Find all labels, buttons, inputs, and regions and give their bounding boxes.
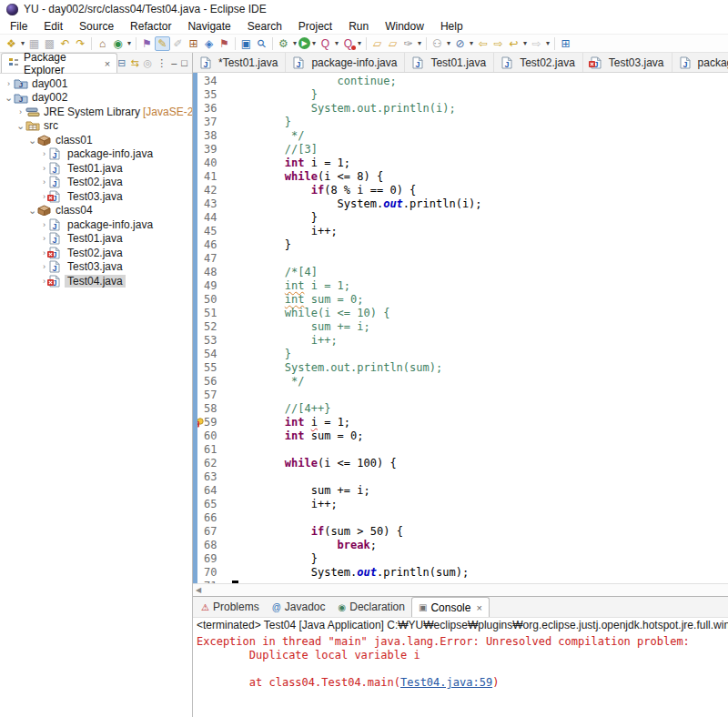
import-icon[interactable]: ▱	[385, 36, 400, 51]
format-icon[interactable]: ✐	[170, 36, 186, 51]
profile-icon[interactable]: Q	[340, 36, 356, 51]
next-edit-icon-dropdown[interactable]: ▾	[544, 39, 551, 47]
close-icon[interactable]: ×	[105, 58, 110, 69]
code-line-49[interactable]: 49 int i = 1;	[197, 279, 728, 293]
new-package-icon[interactable]: ⊞	[186, 36, 201, 51]
view-menu-icon[interactable]: ⋮	[157, 58, 167, 68]
code-line-50[interactable]: 50 int sum = 0;	[197, 293, 728, 307]
code-line-38[interactable]: 38 */	[197, 129, 728, 143]
last-edit-icon[interactable]: ↩	[506, 36, 521, 51]
line-number[interactable]: 56	[197, 375, 232, 389]
code-line-71[interactable]: 71	[197, 580, 728, 583]
line-number[interactable]: 39	[197, 143, 232, 157]
menu-item-search[interactable]: Search	[239, 19, 290, 34]
chevron-right-icon[interactable]: ›	[15, 107, 25, 116]
open-perspective-icon[interactable]: ⊞	[558, 36, 573, 51]
save-icon[interactable]: ▦	[26, 36, 42, 51]
line-number[interactable]: 51	[197, 307, 232, 320]
collapse-all-icon[interactable]: ⊟	[117, 58, 126, 68]
code-line-40[interactable]: 40 int i = 1;	[197, 157, 728, 170]
line-number[interactable]: 44	[197, 211, 232, 225]
chevron-down-icon[interactable]: ⌄	[27, 136, 37, 144]
profile-icon-dropdown[interactable]: ▾	[356, 39, 363, 47]
tree-item-class01[interactable]: ⌄class01	[0, 133, 192, 147]
console-tab-declaration[interactable]: ◉Declaration	[332, 598, 411, 617]
line-number[interactable]: 67	[197, 525, 232, 539]
next-edit-icon[interactable]: ⇨	[529, 36, 544, 51]
code-line-59[interactable]: 59 int i = 1;	[197, 416, 728, 429]
new-wizard-icon[interactable]: ❖	[4, 36, 19, 51]
last-edit-icon-dropdown[interactable]: ▾	[521, 39, 529, 47]
code-line-39[interactable]: 39 //[3]	[197, 143, 728, 157]
tree-item-class04[interactable]: ⌄class04	[0, 204, 192, 218]
search-icon[interactable]: ⚲	[251, 33, 272, 54]
menu-item-window[interactable]: Window	[377, 19, 432, 34]
tree-item-test02-java[interactable]: ›JTest02.java	[0, 176, 192, 190]
line-number[interactable]: 49	[197, 279, 232, 293]
code-line-47[interactable]: 47	[197, 252, 728, 266]
editor-tab-package-info-java[interactable]: Jpackage-info.java	[286, 53, 405, 72]
tree-item-package-info-java[interactable]: ›Jpackage-info.java	[0, 217, 192, 232]
line-number[interactable]: 68	[197, 539, 232, 552]
menu-item-project[interactable]: Project	[290, 19, 340, 34]
code-line-45[interactable]: 45 i++;	[197, 225, 728, 238]
line-number[interactable]: 66	[197, 511, 232, 525]
focus-icon[interactable]: ◎	[144, 58, 153, 68]
line-number[interactable]: 70	[197, 566, 232, 580]
line-number[interactable]: 69	[197, 552, 232, 566]
package-explorer-tab[interactable]: Package Explorer ×	[1, 53, 117, 73]
save-all-icon[interactable]: ▩	[42, 36, 57, 51]
line-number[interactable]: 52	[197, 320, 232, 334]
line-number[interactable]: 46	[197, 238, 232, 252]
code-line-34[interactable]: 34 continue;	[197, 75, 728, 88]
chevron-right-icon[interactable]: ›	[39, 164, 49, 173]
code-line-42[interactable]: 42 if(8 % i == 0) {	[197, 184, 728, 197]
chevron-right-icon[interactable]: ›	[4, 79, 14, 88]
line-number[interactable]: 63	[197, 470, 232, 484]
code-line-48[interactable]: 48 /*[4]	[197, 266, 728, 279]
run-icon[interactable]: ▶	[298, 37, 310, 49]
menu-item-navigate[interactable]: Navigate	[179, 19, 238, 34]
line-number[interactable]: 57	[197, 389, 232, 402]
menu-item-help[interactable]: Help	[432, 19, 471, 34]
line-number[interactable]: 40	[197, 157, 232, 170]
chevron-right-icon[interactable]: ›	[39, 220, 49, 229]
redo-icon[interactable]: ↷	[73, 36, 88, 51]
code-line-51[interactable]: 51 while(i <= 10) {	[197, 307, 728, 320]
code-line-60[interactable]: 60 int sum = 0;	[197, 429, 728, 443]
editor-tab-package-info-java[interactable]: Jpackage-info.java	[672, 53, 728, 72]
line-number[interactable]: 54	[197, 348, 232, 361]
tree-item-src[interactable]: ⌄src	[0, 119, 192, 134]
code-line-43[interactable]: 43 System.out.println(i);	[197, 197, 728, 211]
line-number[interactable]: 61	[197, 443, 232, 457]
key-icon[interactable]: ⚑	[139, 36, 155, 51]
tree-item-jre-system-library[interactable]: ›JRE System Library [JavaSE-21]	[0, 105, 192, 119]
scroll-left-icon[interactable]: ◀	[193, 586, 201, 594]
code-line-64[interactable]: 64 sum += i;	[197, 484, 728, 498]
open-type-icon[interactable]: ◉	[110, 36, 126, 51]
declaration-icon[interactable]: ◉	[339, 602, 347, 612]
line-number[interactable]: 60	[197, 429, 232, 443]
line-number[interactable]: 36	[197, 102, 232, 116]
annotation-icon[interactable]: ⚇	[430, 36, 445, 51]
menu-item-refactor[interactable]: Refactor	[122, 19, 179, 34]
line-number[interactable]: 53	[197, 334, 232, 348]
tree-item-test01-java[interactable]: ›JTest01.java	[0, 161, 192, 176]
tree-item-test01-java[interactable]: ›JTest01.java	[0, 232, 192, 247]
pin-icon[interactable]: ✑	[400, 36, 416, 51]
new-java-project-icon[interactable]: ⌂	[95, 36, 110, 51]
line-number[interactable]: 42	[197, 184, 232, 197]
code-line-70[interactable]: 70 System.out.println(sum);	[197, 566, 728, 580]
console-tab-problems[interactable]: ⚠Problems	[195, 598, 266, 617]
console-icon[interactable]: ▣	[419, 602, 427, 612]
code-line-52[interactable]: 52 sum += i;	[197, 320, 728, 334]
line-number[interactable]: 37	[197, 116, 232, 129]
line-number[interactable]: 62	[197, 457, 232, 470]
tree-item-test03-java[interactable]: ›JTest03.java	[0, 189, 192, 204]
code-line-69[interactable]: 69 }	[197, 552, 728, 566]
line-number[interactable]: 50	[197, 293, 232, 307]
line-number[interactable]: 47	[197, 252, 232, 266]
line-number[interactable]: 38	[197, 129, 232, 143]
line-number[interactable]: 41	[197, 170, 232, 184]
tree-item-test03-java[interactable]: ›JTest03.java	[0, 260, 192, 275]
